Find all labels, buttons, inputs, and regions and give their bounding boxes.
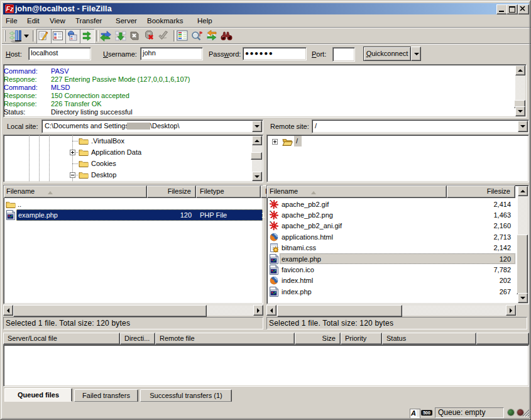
svg-text:Fz: Fz: [6, 5, 14, 13]
